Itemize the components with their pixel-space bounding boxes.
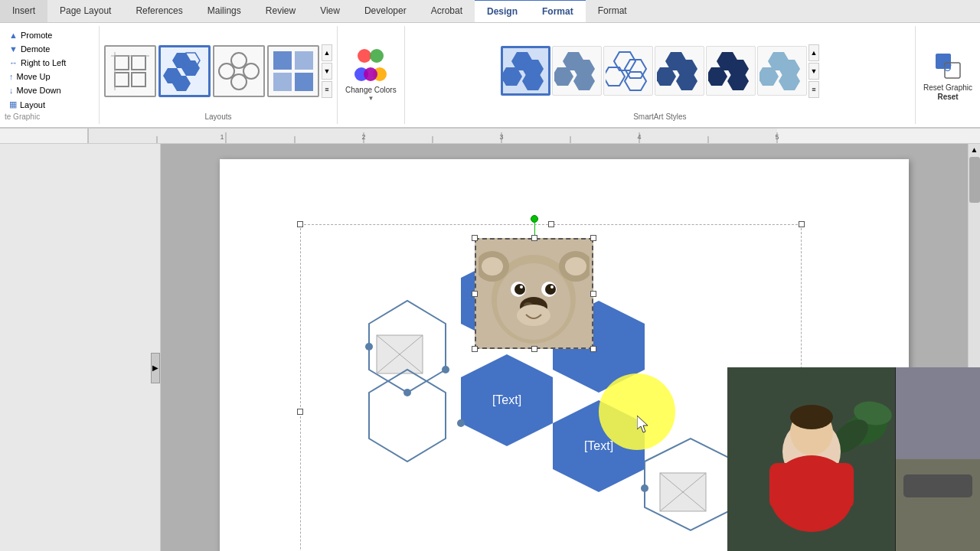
layout-crop-button[interactable] xyxy=(104,45,156,97)
svg-marker-30 xyxy=(625,72,646,90)
svg-point-12 xyxy=(231,53,247,68)
layouts-expand[interactable]: ≡ xyxy=(322,81,332,98)
layout-button[interactable]: ▦ Layout xyxy=(5,98,94,111)
promote-button[interactable]: ▲ Promote xyxy=(5,29,94,41)
svg-point-14 xyxy=(231,74,247,90)
move-down-button[interactable]: ↓ Move Down xyxy=(5,84,94,96)
styles-scroll-down[interactable]: ▼ xyxy=(808,63,819,80)
koala-handle-mr[interactable] xyxy=(590,291,596,297)
video-overlay xyxy=(727,367,980,551)
svg-rect-17 xyxy=(273,73,292,91)
smartart-style-1[interactable] xyxy=(501,46,550,96)
svg-point-83 xyxy=(457,419,465,427)
koala-handle-br[interactable] xyxy=(590,346,596,352)
tab-page-layout[interactable]: Page Layout xyxy=(47,0,123,22)
edit-graphic-label: te Graphic xyxy=(5,111,94,121)
yellow-circle xyxy=(599,373,675,450)
koala-handle-bl[interactable] xyxy=(472,346,478,352)
cursor xyxy=(637,416,652,436)
smartart-style-6[interactable] xyxy=(757,46,807,96)
smartart-style-5[interactable] xyxy=(706,46,756,96)
change-colors-label: Change Colors xyxy=(345,86,397,95)
svg-marker-42 xyxy=(779,72,800,90)
layouts-group: ▲ ▼ ≡ Layouts xyxy=(100,26,338,124)
styles-scroll-up[interactable]: ▲ xyxy=(808,44,819,61)
smartart-style-2[interactable] xyxy=(552,46,602,96)
svg-point-13 xyxy=(243,64,259,79)
change-colors-button[interactable]: Change Colors ▼ xyxy=(338,26,405,124)
ruler: 1 2 3 4 5 xyxy=(0,129,980,144)
svg-rect-0 xyxy=(115,56,129,70)
svg-rect-2 xyxy=(115,73,129,86)
koala-handle-tl[interactable] xyxy=(472,235,478,241)
reset-graphic-icon: ↺ xyxy=(930,48,965,83)
smartart-style-3[interactable] xyxy=(603,46,653,96)
right-to-left-button[interactable]: ↔ Right to Left xyxy=(5,57,94,69)
svg-rect-110 xyxy=(769,463,854,509)
koala-image-container[interactable] xyxy=(475,238,593,349)
tab-format-1[interactable]: Format xyxy=(530,0,586,22)
video-secondary xyxy=(896,367,980,551)
scroll-up-button[interactable]: ▲ xyxy=(969,144,980,155)
svg-rect-112 xyxy=(896,459,980,551)
svg-marker-29 xyxy=(606,67,625,86)
layout-hexagon-button[interactable] xyxy=(158,45,211,97)
ribbon-left-group: ▲ Promote ▼ Demote ↔ Right to Left ↑ Mov… xyxy=(0,26,100,124)
reset-graphic-button[interactable]: ↺ Reset Graphic Reset xyxy=(916,26,980,124)
layout-circles-button[interactable] xyxy=(213,45,265,97)
svg-rect-15 xyxy=(273,51,292,70)
svg-text:↺: ↺ xyxy=(943,62,952,74)
svg-rect-1 xyxy=(132,56,145,70)
svg-text:1: 1 xyxy=(220,133,224,141)
rotation-line xyxy=(534,221,535,236)
smartart-style-4[interactable] xyxy=(655,46,704,96)
tab-insert[interactable]: Insert xyxy=(0,0,47,22)
tab-developer[interactable]: Developer xyxy=(352,0,419,22)
svg-marker-71 xyxy=(369,370,446,461)
svg-point-80 xyxy=(365,343,373,350)
koala-handle-bm[interactable] xyxy=(531,346,537,352)
svg-rect-3 xyxy=(132,73,145,86)
svg-text:[Text]: [Text] xyxy=(492,393,521,406)
tab-bar: Insert Page Layout References Mailings R… xyxy=(0,0,980,23)
smartart-styles-label: SmartArt Styles xyxy=(633,112,686,121)
tab-design[interactable]: Design xyxy=(475,0,530,22)
svg-marker-101 xyxy=(637,416,648,432)
tab-acrobat[interactable]: Acrobat xyxy=(419,0,475,22)
sidebar-collapse-button[interactable]: ▶ xyxy=(151,353,160,383)
koala-handle-ml[interactable] xyxy=(472,291,478,297)
change-colors-dropdown-icon: ▼ xyxy=(368,95,374,102)
styles-scroll: ▲ ▼ ≡ xyxy=(808,44,819,98)
svg-marker-26 xyxy=(573,72,595,90)
layouts-scroll: ▲ ▼ ≡ xyxy=(322,44,332,98)
svg-point-108 xyxy=(790,405,833,429)
svg-rect-16 xyxy=(295,51,313,70)
koala-handle-tr[interactable] xyxy=(590,235,596,241)
tab-review[interactable]: Review xyxy=(253,0,308,22)
change-colors-icon xyxy=(353,49,388,84)
demote-button[interactable]: ▼ Demote xyxy=(5,43,94,55)
layouts-scroll-down[interactable]: ▼ xyxy=(322,63,332,80)
ribbon: ▲ Promote ▼ Demote ↔ Right to Left ↑ Mov… xyxy=(0,23,980,129)
svg-text:5: 5 xyxy=(775,133,779,141)
layouts-scroll-up[interactable]: ▲ xyxy=(322,44,332,61)
svg-marker-34 xyxy=(676,72,697,90)
svg-text:[Text]: [Text] xyxy=(584,439,613,452)
svg-marker-38 xyxy=(727,72,749,90)
layout-blocks-button[interactable] xyxy=(267,45,319,97)
svg-point-11 xyxy=(219,64,234,79)
tab-format-2[interactable]: Format xyxy=(586,0,639,22)
move-up-button[interactable]: ↑ Move Up xyxy=(5,70,94,83)
svg-text:3: 3 xyxy=(499,133,503,141)
tab-view[interactable]: View xyxy=(308,0,352,22)
svg-text:2: 2 xyxy=(361,133,365,141)
koala-handle-tm[interactable] xyxy=(531,235,537,241)
smartart-frame[interactable]: [Text] [Text] [Text] xyxy=(300,224,802,551)
svg-text:4: 4 xyxy=(637,133,641,141)
tab-mailings[interactable]: Mailings xyxy=(195,0,253,22)
koala-selection-border xyxy=(475,238,593,349)
left-sidebar: ▶ xyxy=(0,144,161,551)
tab-references[interactable]: References xyxy=(123,0,194,22)
scrollbar-thumb[interactable] xyxy=(969,157,980,203)
styles-expand[interactable]: ≡ xyxy=(808,81,819,98)
